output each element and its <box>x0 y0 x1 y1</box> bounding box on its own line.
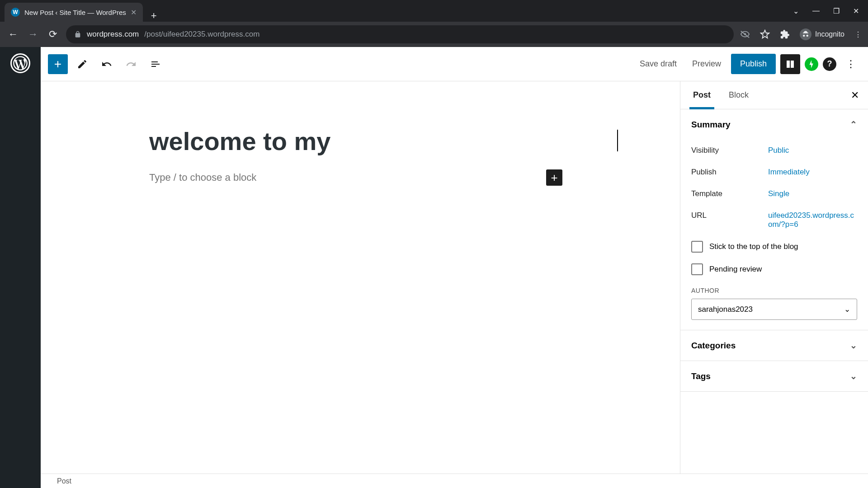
new-tab-button[interactable]: + <box>143 10 165 22</box>
author-heading: AUTHOR <box>691 287 857 294</box>
chevron-down-icon: ⌄ <box>844 305 850 314</box>
author-select[interactable]: sarahjonas2023 ⌄ <box>691 299 857 320</box>
template-label: Template <box>691 189 768 198</box>
tab-search-icon[interactable]: ⌄ <box>793 7 799 15</box>
browser-extensions: Incognito ⋮ <box>740 28 862 40</box>
summary-content: Visibility Public Publish Immediately Te… <box>680 140 868 330</box>
stick-checkbox[interactable] <box>691 241 703 253</box>
more-options-icon[interactable]: ⋮ <box>841 54 861 74</box>
visibility-value[interactable]: Public <box>768 146 857 155</box>
summary-heading: Summary <box>691 120 731 130</box>
author-value: sarahjonas2023 <box>698 305 753 314</box>
visibility-row: Visibility Public <box>691 140 857 161</box>
chevron-up-icon: ⌃ <box>850 119 857 130</box>
status-bar: Post <box>41 474 868 488</box>
save-draft-button[interactable]: Save draft <box>634 59 682 69</box>
wordpress-favicon-icon: W <box>11 8 20 17</box>
post-title-input[interactable]: welcome to my <box>149 127 617 156</box>
wp-main-area: + Save draft Preview Publish ? <box>41 47 868 488</box>
lock-icon <box>74 31 81 38</box>
incognito-label: Incognito <box>815 30 844 38</box>
url-input[interactable]: wordpress.com/post/uifeed20235.wordpress… <box>66 25 734 43</box>
url-label: URL <box>691 211 768 229</box>
publish-row: Publish Immediately <box>691 161 857 183</box>
incognito-icon <box>800 28 811 40</box>
extensions-icon[interactable] <box>780 29 790 39</box>
preview-button[interactable]: Preview <box>687 59 726 69</box>
jetpack-icon[interactable] <box>805 57 818 71</box>
publish-button[interactable]: Publish <box>731 54 776 74</box>
url-host: wordpress.com <box>87 30 139 39</box>
window-controls: ⌄ — ❐ ✕ <box>793 0 868 22</box>
categories-panel: Categories ⌄ <box>680 330 868 361</box>
tab-title: New Post ‹ Site Title — WordPres <box>24 9 126 16</box>
tags-panel: Tags ⌄ <box>680 361 868 392</box>
add-block-button[interactable]: + <box>48 54 68 74</box>
stick-label: Stick to the top of the blog <box>709 242 798 251</box>
tab-post[interactable]: Post <box>684 81 720 109</box>
eye-off-icon[interactable] <box>740 29 750 39</box>
minimize-icon[interactable]: — <box>812 7 820 15</box>
url-path: /post/uifeed20235.wordpress.com <box>144 30 259 39</box>
wordpress-logo-icon[interactable] <box>10 53 30 73</box>
close-sidebar-icon[interactable]: ✕ <box>845 89 864 101</box>
wordpress-editor: + Save draft Preview Publish ? <box>0 47 868 488</box>
summary-panel: Summary ⌃ Visibility Public Publish Imme… <box>680 109 868 330</box>
categories-header[interactable]: Categories ⌄ <box>680 330 868 361</box>
tab-block[interactable]: Block <box>720 81 758 109</box>
redo-icon <box>121 54 141 74</box>
pending-checkbox-row[interactable]: Pending review <box>691 258 857 281</box>
text-cursor <box>617 130 618 152</box>
maximize-icon[interactable]: ❐ <box>833 7 840 15</box>
template-row: Template Single <box>691 183 857 205</box>
tags-heading: Tags <box>691 371 711 381</box>
chevron-down-icon: ⌄ <box>850 340 857 351</box>
browser-menu-icon[interactable]: ⋮ <box>854 30 862 39</box>
publish-label: Publish <box>691 168 768 177</box>
incognito-indicator[interactable]: Incognito <box>800 28 844 40</box>
browser-tab[interactable]: W New Post ‹ Site Title — WordPres ✕ <box>5 3 143 22</box>
back-icon[interactable]: ← <box>6 28 20 40</box>
sidebar-tabs: Post Block ✕ <box>680 81 868 109</box>
document-overview-icon[interactable] <box>146 54 165 74</box>
pending-label: Pending review <box>709 265 762 274</box>
visibility-label: Visibility <box>691 146 768 155</box>
pending-checkbox[interactable] <box>691 263 703 275</box>
publish-value[interactable]: Immediately <box>768 168 857 177</box>
chevron-down-icon: ⌄ <box>850 371 857 381</box>
stick-checkbox-row[interactable]: Stick to the top of the blog <box>691 235 857 258</box>
close-window-icon[interactable]: ✕ <box>853 7 859 15</box>
help-icon[interactable]: ? <box>823 57 836 71</box>
edit-tool-icon[interactable] <box>72 54 92 74</box>
browser-tab-strip: W New Post ‹ Site Title — WordPres ✕ + ⌄… <box>0 0 868 22</box>
close-tab-icon[interactable]: ✕ <box>131 8 137 17</box>
editor-body: welcome to my Type / to choose a block +… <box>41 81 868 474</box>
settings-sidebar-toggle[interactable] <box>780 54 800 74</box>
summary-header[interactable]: Summary ⌃ <box>680 109 868 140</box>
reload-icon[interactable]: ⟳ <box>46 28 60 40</box>
settings-sidebar: Post Block ✕ Summary ⌃ Visibility Public <box>680 81 868 474</box>
inline-add-block-button[interactable]: + <box>546 169 562 186</box>
categories-heading: Categories <box>691 341 736 351</box>
template-value[interactable]: Single <box>768 189 857 198</box>
editor-top-toolbar: + Save draft Preview Publish ? <box>41 47 868 81</box>
post-title-text: welcome to my <box>149 127 330 155</box>
url-value[interactable]: uifeed20235.wordpress.com/?p=6 <box>768 211 857 229</box>
wp-admin-bar[interactable] <box>0 47 41 488</box>
editor-canvas[interactable]: welcome to my Type / to choose a block + <box>41 81 680 474</box>
browser-address-bar: ← → ⟳ wordpress.com/post/uifeed20235.wor… <box>0 22 868 47</box>
block-placeholder-text: Type / to choose a block <box>149 172 256 183</box>
star-icon[interactable] <box>760 29 770 39</box>
url-row: URL uifeed20235.wordpress.com/?p=6 <box>691 205 857 235</box>
status-mode: Post <box>57 477 71 485</box>
forward-icon: → <box>26 28 40 40</box>
tags-header[interactable]: Tags ⌄ <box>680 361 868 391</box>
block-placeholder[interactable]: Type / to choose a block + <box>149 169 617 186</box>
undo-icon[interactable] <box>97 54 117 74</box>
